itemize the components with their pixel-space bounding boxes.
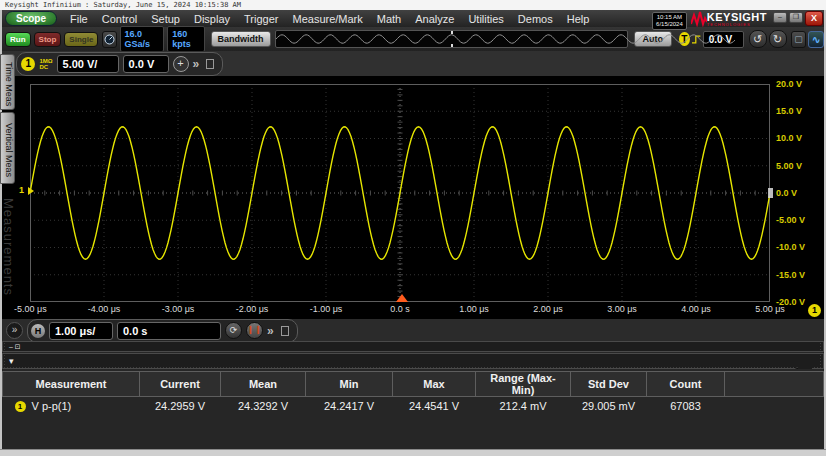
menu-control[interactable]: Control bbox=[95, 11, 144, 27]
tab-time-meas[interactable]: Time Meas bbox=[0, 54, 15, 110]
trigger-level-marker[interactable] bbox=[768, 188, 773, 198]
clock-date: 6/15/2024 bbox=[656, 21, 683, 28]
y-tick: -5.00 V bbox=[776, 215, 824, 225]
channel1-scale-field[interactable]: 5.00 V/ bbox=[57, 55, 119, 73]
horizontal-badge[interactable]: H bbox=[31, 324, 45, 338]
pin-icon[interactable] bbox=[206, 59, 214, 69]
menu-analyze[interactable]: Analyze bbox=[408, 11, 461, 27]
y-tick: 0.0 V bbox=[776, 188, 824, 198]
waveform-display-area: 20.0 V 15.0 V 10.0 V 5.00 V 0.0 V -5.00 … bbox=[2, 76, 824, 318]
row-channel-badge: 1 bbox=[15, 401, 26, 412]
menu-math[interactable]: Math bbox=[370, 11, 408, 27]
redo-button[interactable]: ↻ bbox=[769, 30, 787, 48]
add-channel-button[interactable]: + bbox=[173, 56, 189, 72]
x-tick: -3.00 μs bbox=[148, 304, 208, 315]
col-min[interactable]: Min bbox=[306, 372, 393, 397]
measurement-min: 24.2417 V bbox=[306, 397, 393, 416]
pause-button[interactable]: ❙❙ bbox=[246, 322, 263, 339]
clock-display: 10:15 AM 6/15/2024 bbox=[652, 12, 687, 30]
horizontal-control-group: H 1.00 μs/ 0.0 s ⟳ ❙❙ » bbox=[27, 319, 298, 343]
sine-wave-icon: ∿ bbox=[812, 34, 820, 45]
window-frame-bottom bbox=[0, 449, 826, 456]
col-stddev[interactable]: Std Dev bbox=[571, 372, 647, 397]
run-button[interactable]: Run bbox=[5, 32, 31, 47]
single-button[interactable]: Single bbox=[64, 32, 98, 47]
menu-measure-mark[interactable]: Measure/Mark bbox=[285, 11, 369, 27]
table-row[interactable]: 1V p-p(1) 24.2959 V 24.3292 V 24.2417 V … bbox=[3, 397, 824, 416]
table-header-row: Measurement Current Mean Min Max Range (… bbox=[3, 372, 824, 397]
channel1-coupling[interactable]: 1MΩ DC bbox=[39, 58, 52, 70]
measurement-count: 67083 bbox=[647, 397, 725, 416]
col-max[interactable]: Max bbox=[393, 372, 476, 397]
measurement-stddev: 29.005 mV bbox=[571, 397, 647, 416]
ground-badge-label: 1 bbox=[19, 185, 24, 195]
zoom-mode-button[interactable]: ⟳ bbox=[225, 322, 242, 339]
menu-help[interactable]: Help bbox=[560, 11, 597, 27]
menu-utilities[interactable]: Utilities bbox=[461, 11, 510, 27]
menu-demos[interactable]: Demos bbox=[511, 11, 560, 27]
x-tick: -1.00 μs bbox=[296, 304, 356, 315]
results-panel: Results – ⊡ Measurements ⚙ ▾ Measurement… bbox=[2, 341, 824, 450]
channel1-control-group: 1 1MΩ DC 5.00 V/ 0.0 V + » bbox=[16, 52, 223, 76]
acquisition-mode-icon[interactable] bbox=[102, 31, 116, 48]
timebase-scale-field[interactable]: 1.00 μs/ bbox=[49, 322, 113, 340]
x-tick: 5.00 μs bbox=[740, 304, 800, 315]
menu-setup[interactable]: Setup bbox=[144, 11, 187, 27]
acquisition-preview-strip[interactable] bbox=[275, 30, 628, 48]
channel1-badge[interactable]: 1 bbox=[21, 57, 35, 71]
measurements-table: Measurement Current Mean Min Max Range (… bbox=[2, 371, 824, 415]
measurement-max: 24.4541 V bbox=[393, 397, 476, 416]
sample-rate-field[interactable]: 16.0 GSa/s bbox=[120, 26, 165, 52]
measurement-name: V p-p(1) bbox=[32, 400, 72, 412]
chevron-down-icon[interactable]: ▾ bbox=[6, 355, 820, 367]
undo-icon: ↺ bbox=[753, 33, 762, 46]
y-tick: 20.0 V bbox=[776, 79, 824, 89]
results-title-bar[interactable]: Results – ⊡ bbox=[2, 341, 824, 352]
close-button[interactable]: X bbox=[805, 11, 823, 26]
undo-button[interactable]: ↺ bbox=[749, 30, 767, 48]
stop-button[interactable]: Stop bbox=[34, 32, 62, 47]
channel1-axis-badge: 1 bbox=[808, 304, 821, 317]
tab-time-meas-label: Time Meas bbox=[4, 62, 14, 106]
x-tick: 2.00 μs bbox=[518, 304, 578, 315]
maximize-button[interactable]: ❐ bbox=[789, 12, 803, 23]
results-window-icons[interactable]: – ⊡ bbox=[6, 342, 819, 351]
col-range[interactable]: Range (Max-Min) bbox=[476, 372, 571, 397]
channel1-offset-field[interactable]: 0.0 V bbox=[123, 55, 169, 73]
y-tick: -10.0 V bbox=[776, 242, 824, 252]
waveform-plot[interactable] bbox=[30, 84, 770, 302]
tab-vertical-meas[interactable]: Vertical Meas bbox=[0, 112, 15, 184]
trigger-position-marker[interactable] bbox=[396, 294, 408, 302]
waveform-intensity-button[interactable]: ∿ bbox=[808, 31, 824, 48]
menu-display[interactable]: Display bbox=[187, 11, 237, 27]
col-mean[interactable]: Mean bbox=[221, 372, 306, 397]
channel-expand-chevrons[interactable]: » bbox=[193, 57, 200, 71]
col-current[interactable]: Current bbox=[140, 372, 221, 397]
col-count[interactable]: Count bbox=[647, 372, 725, 397]
x-tick: 4.00 μs bbox=[666, 304, 726, 315]
memory-depth-field[interactable]: 160 kpts bbox=[167, 26, 204, 52]
minimize-button[interactable]: – bbox=[773, 12, 787, 23]
timebase-position-field[interactable]: 0.0 s bbox=[117, 322, 221, 340]
y-tick: -15.0 V bbox=[776, 270, 824, 280]
tab-vertical-meas-label: Vertical Meas bbox=[4, 123, 14, 177]
scope-menu-button[interactable]: Scope bbox=[5, 11, 57, 26]
channel1-ground-marker[interactable]: 1 bbox=[19, 185, 24, 195]
col-measurement[interactable]: Measurement bbox=[3, 372, 140, 397]
preview-waveform bbox=[276, 35, 735, 43]
measurement-empty bbox=[725, 397, 824, 416]
menu-file[interactable]: File bbox=[63, 11, 95, 27]
touch-mode-button[interactable]: ▢ bbox=[791, 31, 807, 48]
y-tick: 5.00 V bbox=[776, 161, 824, 171]
menu-trigger[interactable]: Trigger bbox=[237, 11, 285, 27]
x-tick: -2.00 μs bbox=[222, 304, 282, 315]
measurements-title-bar[interactable]: Measurements ⚙ ▾ bbox=[2, 353, 824, 369]
horizontal-controls-row: » H 1.00 μs/ 0.0 s ⟳ ❙❙ » bbox=[2, 318, 824, 342]
x-tick: -5.00 μs bbox=[14, 304, 74, 315]
os-window-title: Keysight Infiniium : Saturday, June 15, … bbox=[0, 0, 826, 10]
bandwidth-button[interactable]: Bandwidth bbox=[211, 31, 271, 47]
horizontal-expand-chevrons[interactable]: » bbox=[267, 324, 274, 338]
measurement-name-cell: 1V p-p(1) bbox=[3, 397, 140, 416]
horizontal-pin-icon[interactable] bbox=[281, 326, 289, 336]
sidebar-expand-button[interactable]: » bbox=[6, 322, 23, 339]
